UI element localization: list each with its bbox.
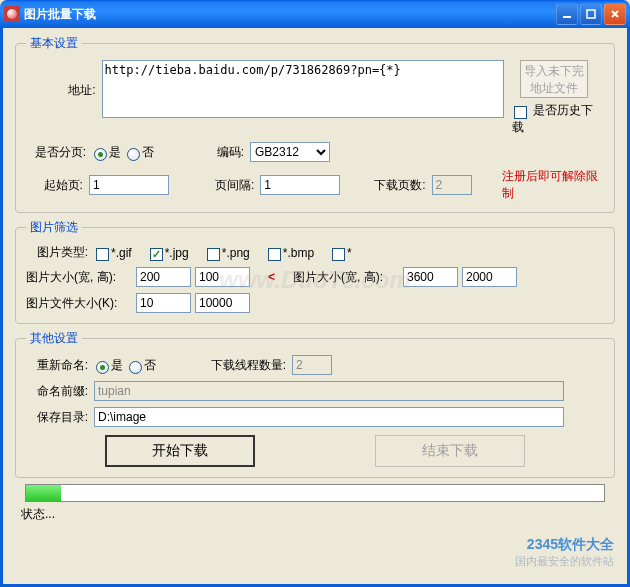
- stop-button[interactable]: 结束下载: [375, 435, 525, 467]
- rename-yes-radio[interactable]: [96, 361, 109, 374]
- window-title: 图片批量下载: [24, 6, 556, 23]
- label-threads: 下载线程数量:: [156, 357, 286, 374]
- paging-no-radio[interactable]: [127, 148, 140, 161]
- any-checkbox[interactable]: [332, 248, 345, 261]
- label-savedir: 保存目录:: [26, 409, 88, 426]
- legend-basic: 基本设置: [26, 35, 82, 52]
- paging-yes-label: 是: [109, 144, 121, 161]
- png-label: *.png: [222, 246, 250, 260]
- bmp-label: *.bmp: [283, 246, 314, 260]
- minimize-button[interactable]: [556, 3, 578, 25]
- label-imgtype: 图片类型:: [26, 244, 88, 261]
- savedir-input[interactable]: [94, 407, 564, 427]
- jpg-label: *.jpg: [165, 246, 189, 260]
- label-startpage: 起始页:: [26, 177, 83, 194]
- label-prefix: 命名前缀:: [26, 383, 88, 400]
- threads-input: [292, 355, 332, 375]
- group-filter: 图片筛选 www.DuoTe.com 图片类型: *.gif *.jpg *.p…: [15, 219, 615, 324]
- group-basic: 基本设置 地址: 导入未下完 地址文件 是否历史下载 是否分页: 是 否 编码:…: [15, 35, 615, 213]
- pagecount-input: [432, 175, 472, 195]
- group-other: 其他设置 重新命名: 是 否 下载线程数量: 命名前缀: 保存目录: 开始下载 …: [15, 330, 615, 478]
- lt-symbol: <: [268, 270, 275, 284]
- label-interval: 页间隔:: [169, 177, 254, 194]
- start-button[interactable]: 开始下载: [105, 435, 255, 467]
- maxw-input[interactable]: [403, 267, 458, 287]
- progress-bar: [25, 484, 605, 502]
- label-rename: 重新命名:: [26, 357, 88, 374]
- fsmax-input[interactable]: [195, 293, 250, 313]
- status-text: 状态...: [21, 506, 609, 523]
- any-label: *: [347, 246, 352, 260]
- startpage-input[interactable]: [89, 175, 169, 195]
- import-button[interactable]: 导入未下完 地址文件: [520, 60, 588, 98]
- maxh-input[interactable]: [462, 267, 517, 287]
- minw-input[interactable]: [136, 267, 191, 287]
- label-addr: 地址:: [26, 82, 96, 99]
- png-checkbox[interactable]: [207, 248, 220, 261]
- encoding-select[interactable]: GB2312: [250, 142, 330, 162]
- svg-rect-1: [587, 10, 595, 18]
- register-note: 注册后即可解除限制: [502, 168, 604, 202]
- label-pagecount: 下载页数:: [340, 177, 425, 194]
- label-minsize: 图片大小(宽, 高):: [26, 269, 136, 286]
- progress-fill: [26, 485, 61, 501]
- interval-input[interactable]: [260, 175, 340, 195]
- rename-no-radio[interactable]: [129, 361, 142, 374]
- client-area: 基本设置 地址: 导入未下完 地址文件 是否历史下载 是否分页: 是 否 编码:…: [0, 28, 630, 587]
- legend-filter: 图片筛选: [26, 219, 82, 236]
- jpg-checkbox[interactable]: [150, 248, 163, 261]
- rename-yes-label: 是: [111, 357, 123, 374]
- maximize-button[interactable]: [580, 3, 602, 25]
- legend-other: 其他设置: [26, 330, 82, 347]
- history-checkbox[interactable]: [514, 106, 527, 119]
- gif-checkbox[interactable]: [96, 248, 109, 261]
- bmp-checkbox[interactable]: [268, 248, 281, 261]
- title-bar: 图片批量下载: [0, 0, 630, 28]
- history-download-wrap[interactable]: 是否历史下载: [512, 102, 604, 136]
- label-paging: 是否分页:: [26, 144, 86, 161]
- label-maxsize: 图片大小(宽, 高):: [293, 269, 403, 286]
- rename-no-label: 否: [144, 357, 156, 374]
- paging-yes-radio[interactable]: [94, 148, 107, 161]
- app-icon: [4, 6, 20, 22]
- label-encoding: 编码:: [154, 144, 244, 161]
- gif-label: *.gif: [111, 246, 132, 260]
- svg-rect-0: [563, 16, 571, 18]
- footer-watermark: 2345软件大全 国内最安全的软件站: [515, 536, 614, 569]
- fsmin-input[interactable]: [136, 293, 191, 313]
- label-filesize: 图片文件大小(K):: [26, 295, 136, 312]
- minh-input[interactable]: [195, 267, 250, 287]
- paging-no-label: 否: [142, 144, 154, 161]
- address-input[interactable]: [102, 60, 505, 118]
- prefix-input: [94, 381, 564, 401]
- close-button[interactable]: [604, 3, 626, 25]
